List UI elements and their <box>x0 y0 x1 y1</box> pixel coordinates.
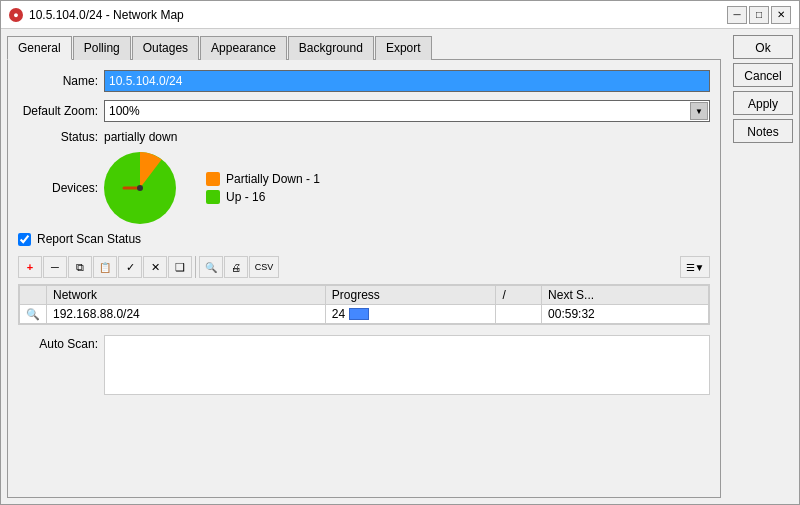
tab-outages[interactable]: Outages <box>132 36 199 60</box>
devices-label: Devices: <box>18 181 98 195</box>
legend-item-up: Up - 16 <box>206 190 320 204</box>
pie-chart-container: Partially Down - 1 Up - 16 <box>104 152 320 224</box>
tab-polling[interactable]: Polling <box>73 36 131 60</box>
tab-general[interactable]: General <box>7 36 72 60</box>
maximize-button[interactable]: □ <box>749 6 769 24</box>
status-value: partially down <box>104 130 177 144</box>
toolbar-separator-1 <box>195 256 196 278</box>
main-panel: General Polling Outages Appearance Backg… <box>1 29 727 504</box>
row-progress: 24 <box>325 305 496 324</box>
delete-button[interactable]: ✕ <box>143 256 167 278</box>
report-scan-checkbox[interactable] <box>18 233 31 246</box>
zoom-row: Default Zoom: 100% 75% 150% ▼ <box>18 100 710 122</box>
autoscan-label: Auto Scan: <box>18 335 98 351</box>
zoom-select[interactable]: 100% 75% 150% <box>104 100 710 122</box>
duplicate-button[interactable]: ❑ <box>168 256 192 278</box>
toolbar-right: ☰▼ <box>680 256 710 278</box>
tab-export[interactable]: Export <box>375 36 432 60</box>
tab-background[interactable]: Background <box>288 36 374 60</box>
search-icon: 🔍 <box>26 308 40 320</box>
report-scan-label: Report Scan Status <box>37 232 141 246</box>
minimize-button[interactable]: ─ <box>727 6 747 24</box>
row-divider <box>496 305 542 324</box>
tab-content-general: Name: Default Zoom: 100% 75% 150% ▼ <box>7 60 721 498</box>
notes-button[interactable]: Notes <box>733 119 793 143</box>
col-progress: Progress <box>325 286 496 305</box>
cancel-button[interactable]: Cancel <box>733 63 793 87</box>
legend-color-partially-down <box>206 172 220 186</box>
legend-label-partially-down: Partially Down - 1 <box>226 172 320 186</box>
tab-appearance[interactable]: Appearance <box>200 36 287 60</box>
col-network: Network <box>47 286 326 305</box>
app-icon: ● <box>9 8 23 22</box>
progress-value: 24 <box>332 307 345 321</box>
pie-chart <box>104 152 176 224</box>
name-input[interactable] <box>104 70 710 92</box>
zoom-label: Default Zoom: <box>18 104 98 118</box>
col-divider: / <box>496 286 542 305</box>
remove-button[interactable]: ─ <box>43 256 67 278</box>
title-bar: ● 10.5.104.0/24 - Network Map ─ □ ✕ <box>1 1 799 29</box>
name-row: Name: <box>18 70 710 92</box>
apply-button[interactable]: Apply <box>733 91 793 115</box>
paste-button[interactable]: 📋 <box>93 256 117 278</box>
autoscan-area <box>104 335 710 395</box>
name-label: Name: <box>18 74 98 88</box>
ok-button[interactable]: Ok <box>733 35 793 59</box>
col-icon <box>20 286 47 305</box>
status-row: Status: partially down <box>18 130 710 144</box>
devices-row: Devices: <box>18 152 710 224</box>
view-options-button[interactable]: ☰▼ <box>680 256 710 278</box>
chart-legend: Partially Down - 1 Up - 16 <box>206 172 320 204</box>
progress-bar <box>349 308 369 320</box>
window-title: 10.5.104.0/24 - Network Map <box>29 8 721 22</box>
table-header-row: Network Progress / Next S... <box>20 286 709 305</box>
legend-item-partially-down: Partially Down - 1 <box>206 172 320 186</box>
main-window: ● 10.5.104.0/24 - Network Map ─ □ ✕ Gene… <box>0 0 800 505</box>
close-button[interactable]: ✕ <box>771 6 791 24</box>
window-controls: ─ □ ✕ <box>727 6 791 24</box>
tab-bar: General Polling Outages Appearance Backg… <box>7 35 721 60</box>
table-row: 🔍 192.168.88.0/24 24 <box>20 305 709 324</box>
zoom-select-wrapper: 100% 75% 150% ▼ <box>104 100 710 122</box>
csv-button[interactable]: CSV <box>249 256 279 278</box>
status-label: Status: <box>18 130 98 144</box>
row-network: 192.168.88.0/24 <box>47 305 326 324</box>
content-area: General Polling Outages Appearance Backg… <box>1 29 799 504</box>
row-next-scan: 00:59:32 <box>542 305 709 324</box>
add-button[interactable]: + <box>18 256 42 278</box>
scan-table: Network Progress / Next S... 🔍 <box>19 285 709 324</box>
copy-button[interactable]: ⧉ <box>68 256 92 278</box>
row-icon: 🔍 <box>20 305 47 324</box>
print-button[interactable]: 🖨 <box>224 256 248 278</box>
autoscan-row: Auto Scan: <box>18 335 710 395</box>
side-buttons: Ok Cancel Apply Notes <box>727 29 799 504</box>
col-next-scan: Next S... <box>542 286 709 305</box>
scan-table-wrapper: Network Progress / Next S... 🔍 <box>18 284 710 325</box>
svg-point-2 <box>137 185 143 191</box>
legend-label-up: Up - 16 <box>226 190 265 204</box>
check-button[interactable]: ✓ <box>118 256 142 278</box>
report-scan-row: Report Scan Status <box>18 232 710 246</box>
scan-toolbar: + ─ ⧉ 📋 ✓ ✕ ❑ 🔍 🖨 CSV ☰▼ <box>18 254 710 280</box>
legend-color-up <box>206 190 220 204</box>
search-button[interactable]: 🔍 <box>199 256 223 278</box>
